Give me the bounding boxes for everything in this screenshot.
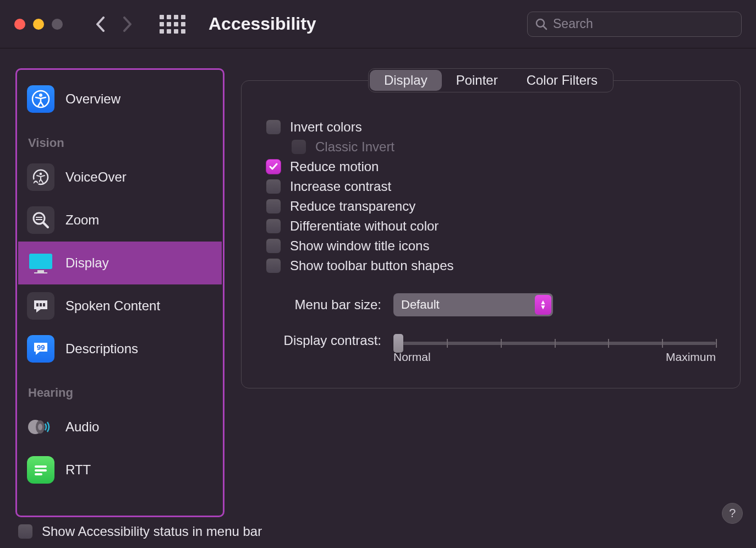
sidebar-item-descriptions[interactable]: 99 Descriptions: [18, 327, 222, 370]
search-icon: [535, 18, 547, 30]
svg-point-5: [40, 173, 42, 176]
show-window-title-icons-row: Show window title icons: [266, 238, 716, 254]
tab-color-filters[interactable]: Color Filters: [512, 70, 612, 91]
show-window-title-icons-checkbox[interactable]: [266, 238, 281, 254]
sidebar-item-display[interactable]: Display: [18, 242, 222, 284]
tab-pointer[interactable]: Pointer: [442, 70, 512, 91]
show-status-checkbox[interactable]: [18, 524, 33, 539]
reduce-motion-row: Reduce motion: [266, 159, 716, 174]
checkbox-label: Show window title icons: [290, 238, 429, 254]
increase-contrast-checkbox[interactable]: [266, 179, 281, 194]
show-status-label: Show Accessibility status in menu bar: [42, 524, 262, 539]
svg-rect-15: [40, 303, 42, 306]
sidebar-item-voiceover[interactable]: VoiceOver: [18, 156, 222, 199]
svg-rect-23: [35, 473, 42, 475]
sidebar-item-zoom[interactable]: Zoom: [18, 199, 222, 242]
audio-icon: [27, 413, 54, 441]
checkbox-label: Differentiate without color: [290, 218, 439, 234]
checkbox-label: Classic Invert: [315, 139, 395, 155]
sidebar-item-rtt[interactable]: RTT: [18, 448, 222, 491]
sidebar-label: VoiceOver: [65, 169, 127, 185]
sidebar-item-overview[interactable]: Overview: [18, 78, 222, 120]
traffic-lights: [14, 19, 63, 30]
reduce-transparency-checkbox[interactable]: [266, 199, 281, 214]
accessibility-icon: [27, 85, 54, 113]
minimize-window-button[interactable]: [33, 19, 44, 30]
reduce-motion-checkbox[interactable]: [266, 159, 281, 174]
show-all-prefs-button[interactable]: [160, 15, 185, 34]
show-toolbar-button-shapes-checkbox[interactable]: [266, 258, 281, 273]
sidebar-item-spoken-content[interactable]: Spoken Content: [18, 284, 222, 327]
sidebar-label: Zoom: [65, 212, 99, 228]
increase-contrast-row: Increase contrast: [266, 179, 716, 194]
search-placeholder: Search: [553, 17, 593, 31]
classic-invert-row: Classic Invert: [291, 139, 716, 155]
zoom-icon: [27, 206, 54, 234]
sidebar-label: RTT: [65, 462, 91, 478]
tabs: Display Pointer Color Filters: [368, 68, 613, 92]
svg-point-3: [39, 94, 42, 97]
tab-display[interactable]: Display: [370, 70, 442, 91]
classic-invert-checkbox: [291, 139, 306, 155]
menu-bar-size-select[interactable]: Default ▲▼: [393, 293, 553, 316]
display-settings-panel: Invert colors Classic Invert Reduce moti…: [241, 80, 741, 388]
differentiate-without-color-row: Differentiate without color: [266, 218, 716, 234]
checkbox-label: Reduce transparency: [290, 199, 415, 214]
back-button[interactable]: [96, 17, 106, 32]
display-contrast-slider-wrap: Normal Maximum: [393, 333, 716, 364]
help-button[interactable]: ?: [722, 503, 743, 524]
svg-point-6: [32, 179, 39, 185]
reduce-transparency-row: Reduce transparency: [266, 199, 716, 214]
sidebar-header-vision: Vision: [18, 120, 222, 156]
sidebar-label: Descriptions: [65, 341, 138, 357]
body: Overview Vision VoiceOver Zoom Displa: [0, 48, 756, 523]
close-window-button[interactable]: [14, 19, 25, 30]
invert-colors-row: Invert colors: [266, 119, 716, 135]
display-contrast-slider[interactable]: [393, 342, 716, 345]
svg-line-1: [544, 26, 547, 29]
accessibility-window: Accessibility Search Overview Vision: [0, 0, 756, 548]
slider-max-label: Maximum: [666, 350, 716, 364]
svg-rect-13: [34, 272, 47, 273]
sidebar: Overview Vision VoiceOver Zoom Displa: [15, 68, 224, 517]
forward-button[interactable]: [122, 17, 132, 32]
search-field[interactable]: Search: [527, 12, 742, 37]
svg-rect-21: [35, 465, 47, 468]
slider-thumb[interactable]: [393, 334, 403, 353]
sidebar-header-hearing: Hearing: [18, 370, 222, 405]
window-title: Accessibility: [209, 14, 316, 34]
nav-arrows: [96, 17, 132, 32]
display-icon: [27, 249, 54, 277]
menu-bar-size-label: Menu bar size:: [266, 297, 381, 313]
spoken-content-icon: [27, 292, 54, 320]
rtt-icon: [27, 456, 54, 484]
menu-bar-size-row: Menu bar size: Default ▲▼: [266, 293, 716, 316]
voiceover-icon: [27, 163, 54, 191]
toolbar: Accessibility Search: [0, 0, 756, 48]
checkmark-icon: [269, 162, 278, 172]
sidebar-label: Audio: [65, 419, 99, 435]
svg-line-8: [43, 223, 48, 227]
descriptions-icon: 99: [27, 335, 54, 363]
sidebar-item-audio[interactable]: Audio: [18, 405, 222, 448]
checkbox-label: Show toolbar button shapes: [290, 258, 454, 273]
checkbox-label: Reduce motion: [290, 159, 379, 174]
display-contrast-label: Display contrast:: [266, 333, 381, 348]
show-toolbar-button-shapes-row: Show toolbar button shapes: [266, 258, 716, 273]
sidebar-label: Display: [65, 255, 109, 271]
svg-point-20: [38, 424, 42, 430]
sidebar-label: Overview: [65, 91, 120, 107]
svg-text:99: 99: [37, 343, 45, 352]
maximize-window-button[interactable]: [52, 19, 63, 30]
svg-rect-16: [43, 303, 45, 306]
footer: Show Accessibility status in menu bar: [0, 523, 756, 548]
main-panel: Display Pointer Color Filters Invert col…: [241, 68, 741, 517]
display-contrast-row: Display contrast:: [266, 333, 716, 364]
svg-rect-22: [35, 469, 47, 472]
invert-colors-checkbox[interactable]: [266, 119, 281, 135]
svg-rect-11: [29, 254, 52, 269]
differentiate-without-color-checkbox[interactable]: [266, 218, 281, 234]
select-stepper-icon: ▲▼: [535, 295, 551, 315]
svg-rect-14: [36, 303, 39, 306]
checkbox-label: Invert colors: [290, 119, 362, 135]
